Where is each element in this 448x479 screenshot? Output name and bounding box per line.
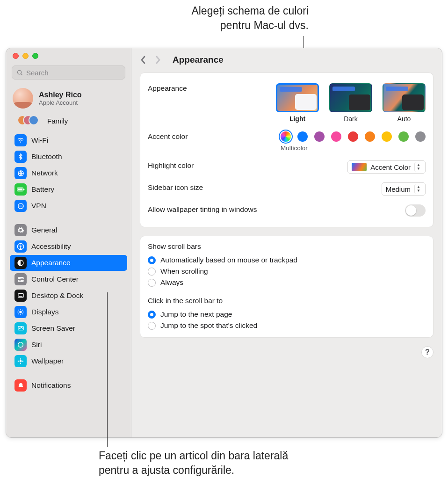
- sidebar-item-label: Bluetooth: [31, 152, 62, 161]
- sidebar-item-wifi[interactable]: Wi-Fi: [10, 132, 127, 148]
- callout-bottom-line1: Faceți clic pe un articol din bara later…: [99, 450, 288, 462]
- apple-account-row[interactable]: Ashley Rico Apple Account: [6, 86, 131, 112]
- screensaver-icon: [14, 322, 27, 334]
- svg-point-28: [20, 360, 22, 363]
- back-button[interactable]: [140, 55, 146, 65]
- accent-red[interactable]: [348, 131, 358, 142]
- bell-icon: [14, 379, 27, 392]
- click-section-title: Click in the scroll bar to: [148, 297, 426, 305]
- sidebar-item-bluetooth[interactable]: Bluetooth: [10, 149, 127, 165]
- sidebar-item-label: Screen Saver: [31, 324, 75, 333]
- click-option-spot[interactable]: Jump to the spot that's clicked: [148, 320, 426, 331]
- sidebar-item-siri[interactable]: Siri: [10, 337, 127, 353]
- forward-button[interactable]: [155, 55, 161, 65]
- appearance-option-label: Light: [276, 115, 319, 123]
- svg-line-22: [18, 310, 19, 310]
- callout-bottom: Faceți clic pe un articol din bara later…: [99, 449, 288, 478]
- sidebar: Ashley Rico Apple Account Family Wi-Fi B: [6, 48, 131, 437]
- iconsize-select[interactable]: Medium ▲▼: [382, 182, 426, 196]
- iconsize-value: Medium: [386, 185, 411, 193]
- wallpaper-tint-toggle[interactable]: [405, 204, 426, 217]
- accent-yellow[interactable]: [382, 131, 392, 142]
- vpn-globe-icon: [14, 200, 27, 212]
- sidebar-item-label: Network: [31, 169, 58, 177]
- wallpaper-icon: [14, 355, 27, 367]
- sidebar-item-label: Wallpaper: [31, 357, 64, 365]
- radio-label: Jump to the spot that's clicked: [160, 321, 257, 330]
- sidebar-item-general[interactable]: General: [10, 222, 127, 238]
- sidebar-item-label: General: [31, 226, 57, 234]
- main-header: Appearance: [131, 48, 442, 70]
- fullscreen-window-button[interactable]: [32, 53, 38, 59]
- accent-pink[interactable]: [331, 131, 341, 142]
- sidebar-item-notifications[interactable]: Notifications: [10, 377, 127, 393]
- accent-caption: Multicolor: [281, 145, 426, 152]
- sidebar-item-appearance[interactable]: Appearance: [10, 255, 127, 271]
- scroll-section-title: Show scroll bars: [148, 242, 426, 251]
- svg-rect-16: [19, 296, 22, 297]
- radio-icon: [148, 311, 156, 319]
- sidebar-item-network[interactable]: Network: [10, 165, 127, 181]
- sidebar-item-label: Desktop & Dock: [31, 291, 83, 300]
- sidebar-item-displays[interactable]: Displays: [10, 304, 127, 320]
- appearance-option-auto[interactable]: Auto: [383, 83, 426, 123]
- sidebar-item-battery[interactable]: Battery: [10, 181, 127, 197]
- main-panel: Appearance Appearance Light Dark: [131, 48, 442, 437]
- account-sub: Apple Account: [39, 99, 82, 106]
- sidebar-item-wallpaper[interactable]: Wallpaper: [10, 353, 127, 369]
- search-input[interactable]: [26, 69, 121, 77]
- appearance-option-dark[interactable]: Dark: [329, 83, 372, 123]
- updown-arrows-icon: ▲▼: [414, 162, 422, 172]
- radio-label: Automatically based on mouse or trackpad: [160, 256, 297, 264]
- sidebar-item-label: VPN: [31, 202, 46, 210]
- sidebar-item-vpn[interactable]: VPN: [10, 198, 127, 214]
- highlight-color-select[interactable]: Accent Color ▲▼: [347, 160, 426, 174]
- close-window-button[interactable]: [13, 53, 19, 59]
- siri-icon: [14, 339, 27, 351]
- sidebar-item-label: Appearance: [31, 259, 71, 267]
- minimize-window-button[interactable]: [22, 53, 29, 59]
- scroll-option-always[interactable]: Always: [148, 277, 426, 288]
- radio-label: Jump to the next page: [160, 310, 232, 319]
- svg-point-17: [19, 311, 22, 313]
- sidebar-item-label: Siri: [31, 341, 42, 349]
- scroll-card: Show scroll bars Automatically based on …: [140, 236, 434, 338]
- radio-icon: [148, 256, 156, 264]
- accent-gray[interactable]: [415, 131, 426, 142]
- svg-point-9: [20, 245, 21, 246]
- accent-green[interactable]: [398, 131, 409, 142]
- gradient-chip-icon: [352, 163, 367, 171]
- accessibility-icon: [14, 240, 27, 253]
- accent-blue[interactable]: [297, 131, 308, 142]
- sidebar-item-screen-saver[interactable]: Screen Saver: [10, 320, 127, 336]
- radio-icon: [148, 279, 156, 287]
- scroll-option-auto[interactable]: Automatically based on mouse or trackpad: [148, 254, 426, 266]
- svg-line-24: [18, 313, 19, 314]
- svg-rect-6: [18, 189, 22, 190]
- appearance-row-label: Appearance: [148, 83, 187, 93]
- wifi-icon: [14, 134, 27, 146]
- family-row[interactable]: Family: [6, 112, 131, 132]
- sidebar-item-label: Wi-Fi: [31, 136, 48, 145]
- accent-orange[interactable]: [365, 131, 375, 142]
- click-option-next-page[interactable]: Jump to the next page: [148, 309, 426, 320]
- callout-bottom-pointer: [107, 292, 108, 447]
- svg-line-23: [22, 313, 22, 314]
- sidebar-item-desktop-dock[interactable]: Desktop & Dock: [10, 288, 127, 304]
- accent-purple[interactable]: [314, 131, 325, 142]
- highlight-color-label: Highlight color: [148, 160, 194, 170]
- sidebar-list[interactable]: Wi-Fi Bluetooth Network Battery: [6, 132, 131, 437]
- callout-bottom-line2: pentru a ajusta configurările.: [99, 464, 234, 476]
- sidebar-item-label: Accessibility: [31, 242, 71, 251]
- accent-multicolor[interactable]: [281, 131, 291, 142]
- bluetooth-icon: [14, 151, 27, 163]
- sidebar-item-label: Battery: [31, 185, 54, 194]
- appearance-option-light[interactable]: Light: [276, 83, 319, 123]
- sidebar-item-control-center[interactable]: Control Center: [10, 271, 127, 287]
- scroll-option-when-scrolling[interactable]: When scrolling: [148, 266, 426, 277]
- sidebar-item-accessibility[interactable]: Accessibility: [10, 239, 127, 254]
- sidebar-item-label: Notifications: [31, 381, 71, 390]
- help-button[interactable]: ?: [421, 346, 434, 358]
- sidebar-item-label: Displays: [31, 308, 59, 316]
- search-field[interactable]: [12, 65, 125, 80]
